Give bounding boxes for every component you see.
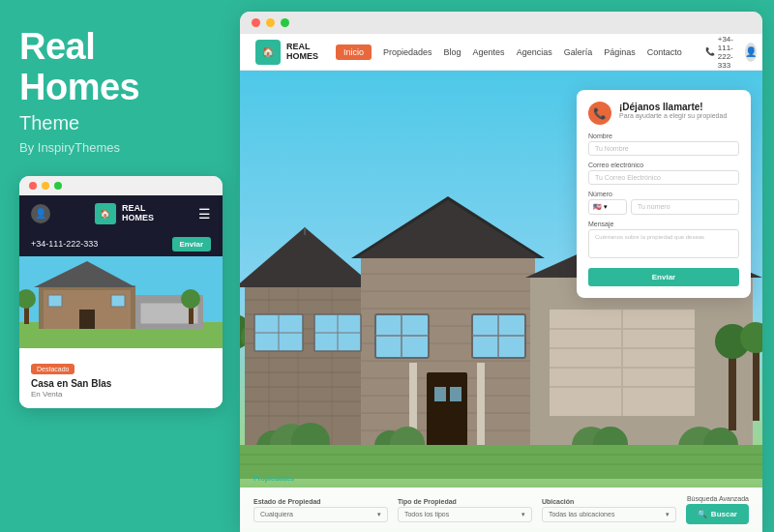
app-subtitle: Theme [19,112,221,134]
desktop-preview: 🏠 REAL HOMES Inicio Propiedades Blog Age… [240,12,762,532]
desktop-window-controls [240,12,762,34]
search-icon: 🔍 [698,510,707,518]
phone-number-input[interactable]: Tu número [631,199,739,215]
form-nombre-group: Nombre Tu Nombre [588,133,739,156]
nav-item-galeria[interactable]: Galería [564,47,593,57]
busqueda-avanzada-label[interactable]: Búsqueda Avanzada [687,495,749,502]
mobile-avatar: 👤 [31,204,50,223]
tipo-select[interactable]: Todos los tipos ▾ [398,507,532,522]
form-email-group: Correo electrónico Tu Correo Electrónico [588,162,739,185]
numero-label: Número [588,191,739,197]
mobile-maximize-dot [54,182,62,190]
mensaje-input[interactable]: Cuéntanos sobre la propiedad que deseas [588,229,739,258]
search-button[interactable]: 🔍 Buscar [686,504,749,524]
desktop-hero: 📞 ¡Déjanos llamarte! Para ayudarte a ele… [240,71,762,532]
country-flag-select[interactable]: 🇺🇸 ▾ [588,199,627,215]
mobile-phone-bar: +34-111-222-333 Enviar [19,232,223,256]
svg-rect-86 [240,445,762,479]
form-subtitle: Para ayudarte a elegir su propiedad [619,112,727,119]
email-label: Correo electrónico [588,162,739,168]
tipo-field: Tipo de Propiedad Todos los tipos ▾ [398,498,532,522]
mobile-card-status: En Venta [31,390,211,399]
mobile-window-controls [19,176,223,195]
mobile-enviar-button[interactable]: Enviar [172,237,211,251]
desktop-phone: 📞 +34-111-222-333 [705,35,733,70]
mobile-phone: +34-111-222-333 [31,239,98,249]
mobile-hero-image [19,256,223,348]
mobile-property-card: Destacado Casa en San Blas En Venta [19,348,223,408]
desktop-user-icon[interactable]: 👤 [745,43,757,62]
svg-rect-82 [729,353,736,430]
tipo-label: Tipo de Propiedad [398,498,532,505]
nav-item-paginas[interactable]: Páginas [604,47,636,57]
ubicacion-chevron-icon: ▾ [666,511,670,518]
desktop-navbar: 🏠 REAL HOMES Inicio Propiedades Blog Age… [240,34,762,71]
form-header: 📞 ¡Déjanos llamarte! Para ayudarte a ele… [588,102,739,125]
estado-select[interactable]: Cualquiera ▾ [253,507,388,522]
svg-rect-7 [48,295,62,307]
email-input[interactable]: Tu Correo Electrónico [588,170,739,185]
propiedades-label: Propiedades [253,475,294,482]
form-numero-group: Número 🇺🇸 ▾ Tu número [588,191,739,215]
title-line2: Homes [19,68,221,108]
desktop-close-dot [252,18,260,27]
svg-rect-57 [450,387,461,401]
mobile-logo-icon: 🏠 [95,203,116,224]
mobile-hamburger-icon[interactable]: ☰ [198,206,211,222]
mobile-minimize-dot [42,182,49,190]
form-mensaje-group: Mensaje Cuéntanos sobre la propiedad que… [588,221,739,258]
form-title: ¡Déjanos llamarte! [619,102,727,112]
mobile-logo-text: REAL HOMES [122,204,154,223]
desktop-logo-icon: 🏠 [255,40,281,65]
desktop-minimize-dot [266,18,275,27]
nav-item-contacto[interactable]: Contacto [647,47,682,57]
phone-icon: 📞 [705,47,715,56]
estado-field: Estado de Propiedad Cualquiera ▾ [253,498,388,522]
search-bar: Estado de Propiedad Cualquiera ▾ Tipo de… [240,488,762,532]
svg-rect-6 [79,310,95,329]
app-title: Real Homes Theme By InspiryThemes [19,27,221,155]
mobile-nav: 👤 🏠 REAL HOMES ☰ [19,195,223,232]
left-panel: Real Homes Theme By InspiryThemes 👤 🏠 RE… [0,0,240,532]
contact-form: 📞 ¡Déjanos llamarte! Para ayudarte a ele… [577,90,751,298]
estado-label: Estado de Propiedad [253,498,388,505]
nombre-input[interactable]: Tu Nombre [588,141,739,156]
nav-item-agencias[interactable]: Agencias [517,47,552,57]
ubicacion-field: Ubicación Todas las ubicaciones ▾ [542,498,676,522]
ubicacion-select[interactable]: Todas las ubicaciones ▾ [542,507,676,522]
svg-rect-56 [434,387,446,401]
mobile-logo: 🏠 REAL HOMES [95,203,154,224]
svg-rect-84 [753,348,759,421]
mobile-preview: 👤 🏠 REAL HOMES ☰ +34-111-222-333 Enviar [19,176,223,408]
ubicacion-label: Ubicación [542,498,676,505]
svg-point-13 [181,289,200,309]
phone-call-icon: 📞 [588,102,611,125]
desktop-maximize-dot [281,18,289,27]
phone-input-row: 🇺🇸 ▾ Tu número [588,199,739,215]
nav-item-blog[interactable]: Blog [444,47,461,57]
title-line1: Real [19,27,221,68]
mobile-close-dot [29,182,37,190]
mensaje-label: Mensaje [588,221,739,227]
nav-item-propiedades[interactable]: Propiedades [383,47,432,57]
desktop-logo-text: REAL HOMES [286,43,318,62]
svg-rect-71 [477,363,485,450]
estado-chevron-icon: ▾ [377,511,381,518]
mobile-card-title: Casa en San Blas [31,378,211,389]
svg-rect-55 [427,372,467,450]
nav-item-agentes[interactable]: Agentes [473,47,505,57]
tipo-chevron-icon: ▾ [521,511,525,518]
svg-rect-8 [111,295,125,307]
mobile-featured-badge: Destacado [31,364,74,374]
desktop-logo: 🏠 REAL HOMES [255,40,318,65]
form-submit-button[interactable]: Enviar [588,268,739,286]
nombre-label: Nombre [588,133,739,139]
nav-item-inicio[interactable]: Inicio [336,44,372,60]
app-by: By InspiryThemes [19,140,221,155]
